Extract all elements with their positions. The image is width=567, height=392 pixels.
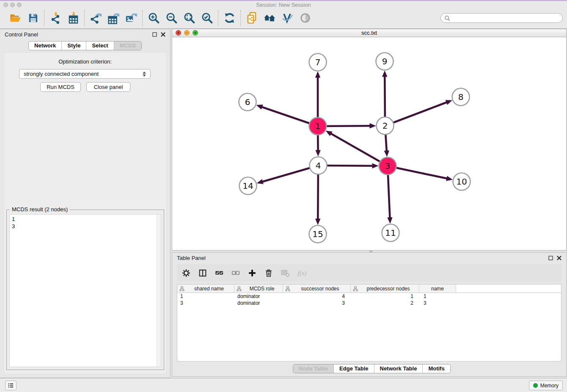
close-panel-icon[interactable]: [557, 256, 561, 260]
table-cell[interactable]: 3: [177, 300, 234, 306]
graph-edge-arrowhead: [257, 179, 264, 184]
apply-layout-button[interactable]: [222, 11, 237, 25]
table-panel: Table Panel f(x) shared nameMCDS rolesuc…: [172, 252, 567, 377]
zoom-out-button[interactable]: [164, 11, 179, 25]
memory-button[interactable]: Memory: [529, 381, 563, 390]
mcds-result-area[interactable]: 1 3: [9, 214, 161, 367]
memory-label: Memory: [540, 383, 559, 389]
table-toolbar: f(x): [177, 264, 561, 282]
column-header-filler: [456, 284, 561, 293]
show-vizmapper-icon: [281, 12, 294, 24]
graph-edge-arrowhead: [384, 150, 389, 157]
network-window-title: scc.txt: [172, 29, 566, 37]
float-panel-icon[interactable]: [152, 32, 157, 37]
export-network-button[interactable]: [88, 11, 103, 25]
zoom-fit-button[interactable]: [182, 11, 196, 25]
table-row[interactable]: 1dominator411: [177, 293, 561, 300]
tab-node-table[interactable]: Node Table: [293, 364, 333, 373]
graph-edge-arrowhead: [387, 217, 392, 224]
unselect-all-columns-button[interactable]: [231, 268, 241, 278]
table-row[interactable]: 3dominator323: [177, 300, 561, 306]
zoom-selected-button[interactable]: [200, 11, 214, 25]
hide-graphics-details-icon: [299, 12, 311, 24]
delete-table-icon: [281, 268, 290, 278]
graph-edge-2-8[interactable]: [385, 102, 447, 126]
column-header-shared-name[interactable]: shared name: [177, 284, 234, 293]
search-icon: [444, 15, 450, 21]
hide-graphics-details-button[interactable]: [298, 11, 312, 25]
mcds-result-title: MCDS result (2 nodes): [10, 206, 70, 213]
import-table-button[interactable]: [66, 11, 80, 25]
zoom-out-icon: [165, 12, 178, 24]
export-image-button[interactable]: [124, 11, 138, 25]
combo-stepper-icon: [143, 72, 146, 77]
split-columns-button[interactable]: [198, 268, 208, 278]
toolbar-group: [85, 11, 142, 25]
open-session-button[interactable]: [8, 11, 22, 25]
add-column-button[interactable]: [247, 268, 257, 278]
search-input[interactable]: [452, 15, 559, 22]
table-cell[interactable]: dominator: [234, 300, 283, 306]
tab-mcds[interactable]: MCDS: [114, 41, 141, 50]
table-cell[interactable]: 2: [351, 300, 419, 306]
network-window-titlebar[interactable]: ×−+ scc.txt: [172, 29, 566, 37]
duplicate-network-button[interactable]: [245, 11, 259, 25]
save-session-button[interactable]: [26, 11, 40, 25]
select-all-columns-icon: [215, 268, 224, 278]
table-cell[interactable]: 3: [283, 300, 351, 306]
graph-node-label-4: 4: [316, 160, 321, 171]
table-header-row: shared nameMCDS rolesuccessor nodesprede…: [177, 284, 561, 293]
function-builder-button: f(x): [297, 268, 307, 278]
delete-columns-button[interactable]: [264, 268, 274, 278]
svg-text:f(x): f(x): [297, 269, 306, 277]
tab-network[interactable]: Network: [29, 41, 61, 50]
close-panel-button[interactable]: Close panel: [86, 82, 130, 92]
export-table-button[interactable]: [106, 11, 121, 25]
graph-node-label-14: 14: [242, 181, 253, 191]
show-vizmapper-button[interactable]: [280, 11, 295, 25]
table-cell[interactable]: 1: [177, 293, 234, 300]
column-header-MCDS-role[interactable]: MCDS role: [234, 284, 283, 293]
graph-node-label-2: 2: [383, 121, 388, 131]
list-icon: [7, 382, 14, 389]
tab-network-table[interactable]: Network Table: [374, 364, 423, 373]
result-scrollbar[interactable]: [157, 215, 161, 367]
graph-edge-arrowhead: [446, 176, 453, 181]
table-cell[interactable]: dominator: [234, 293, 283, 300]
graph-edge-3-1[interactable]: [330, 133, 388, 166]
graph-node-label-10: 10: [456, 177, 467, 187]
task-history-button[interactable]: [5, 381, 17, 390]
tab-style[interactable]: Style: [61, 41, 86, 50]
zoom-in-icon: [148, 12, 160, 24]
criterion-select[interactable]: strongly connected component: [19, 69, 151, 79]
mcds-result-groupbox: MCDS result (2 nodes) 1 3: [6, 210, 164, 370]
float-panel-icon[interactable]: [548, 256, 553, 260]
zoom-selected-icon: [201, 12, 213, 24]
import-network-button[interactable]: [48, 11, 63, 25]
open-session-icon: [9, 12, 22, 24]
tab-edge-table[interactable]: Edge Table: [333, 364, 374, 373]
tab-motifs[interactable]: Motifs: [422, 364, 450, 373]
optimization-criterion-label: Optimization criterion:: [4, 58, 166, 65]
run-mcds-button[interactable]: Run MCDS: [40, 82, 81, 92]
table-cell[interactable]: 1: [419, 293, 456, 300]
network-graph[interactable]: 1234678910111415: [172, 37, 566, 251]
table-cell[interactable]: 3: [419, 300, 456, 306]
column-header-predecessor-nodes[interactable]: predecessor nodes: [351, 284, 419, 293]
network-window: ×−+ scc.txt 1234678910111415: [172, 29, 567, 251]
column-header-name[interactable]: name: [419, 284, 456, 293]
status-bar: Memory: [0, 378, 567, 392]
network-overview-button[interactable]: [262, 11, 277, 25]
graph-edge-arrowhead: [382, 70, 387, 77]
select-all-columns-button[interactable]: [214, 268, 224, 278]
tab-select[interactable]: Select: [86, 41, 113, 50]
toolbar-group: [218, 11, 240, 25]
export-network-icon: [90, 12, 102, 24]
table-settings-button[interactable]: [181, 268, 191, 278]
search-box[interactable]: [440, 13, 563, 23]
table-cell[interactable]: 1: [351, 293, 419, 300]
table-cell[interactable]: 4: [283, 293, 351, 300]
column-header-successor-nodes[interactable]: successor nodes: [283, 284, 351, 293]
close-panel-icon[interactable]: [161, 32, 165, 37]
zoom-in-button[interactable]: [146, 11, 161, 25]
